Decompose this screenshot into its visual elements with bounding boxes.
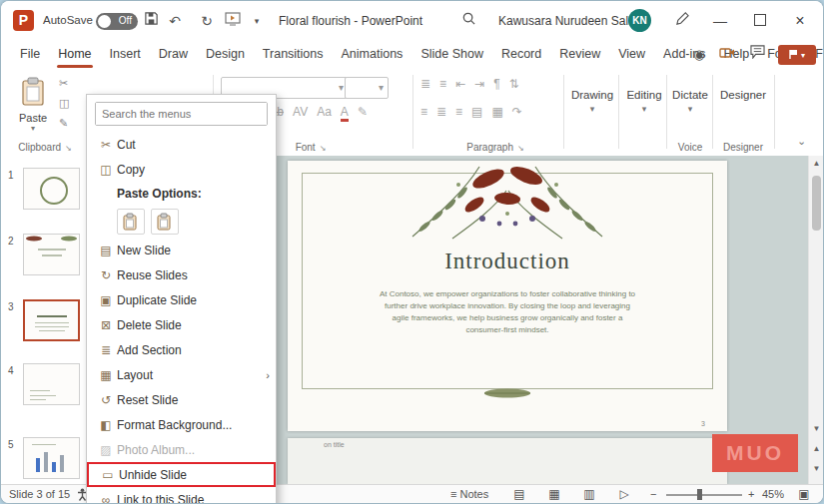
thumbnail-preview[interactable] <box>23 437 80 479</box>
menu-tab-home[interactable]: Home <box>49 41 100 69</box>
maximize-button[interactable] <box>742 1 778 41</box>
indent-decrease-icon[interactable]: ⇤ <box>455 77 465 91</box>
slideshow-view-button[interactable]: ▷ <box>613 485 635 503</box>
zoom-slider-thumb[interactable] <box>697 489 702 500</box>
numbering-icon[interactable]: ≡ <box>439 77 446 91</box>
save-icon[interactable] <box>141 11 161 31</box>
align-center-icon[interactable]: ≣ <box>436 105 446 119</box>
start-slideshow-icon[interactable] <box>223 11 243 31</box>
context-menu-search[interactable] <box>95 102 268 126</box>
drawing-button[interactable]: Drawing▾ <box>568 89 616 114</box>
context-item-layout[interactable]: ▦Layout› <box>87 362 276 387</box>
align-left-icon[interactable]: ≡ <box>420 105 427 119</box>
fit-to-window-icon[interactable]: ▣ <box>793 485 815 503</box>
menu-tab-review[interactable]: Review <box>550 41 609 69</box>
align-right-icon[interactable]: ≡ <box>455 105 462 119</box>
thumbnail-preview[interactable] <box>23 299 80 341</box>
font-size-combo[interactable]: ▾ <box>345 77 389 99</box>
clipboard-dialog-launcher-icon[interactable]: ↘ <box>65 144 72 153</box>
columns-icon[interactable]: ▦ <box>491 105 502 119</box>
context-item-duplicate-slide[interactable]: ▣Duplicate Slide <box>87 287 276 312</box>
record-icon[interactable]: ◉ <box>688 45 710 65</box>
indent-increase-icon[interactable]: ⇥ <box>474 77 484 91</box>
menu-tab-insert[interactable]: Insert <box>101 41 150 69</box>
undo-icon[interactable]: ↶ <box>165 11 185 31</box>
context-item-new-slide[interactable]: ▤New Slide <box>87 238 276 262</box>
reading-view-button[interactable]: ▥ <box>578 485 600 503</box>
change-case-icon[interactable]: Aa <box>317 105 332 122</box>
powerpoint-logo-icon[interactable]: P <box>13 10 34 31</box>
menu-tab-record[interactable]: Record <box>492 41 550 69</box>
text-direction-icon[interactable]: ¶ <box>493 77 499 91</box>
menu-tab-transitions[interactable]: Transitions <box>254 41 333 69</box>
context-item-reset-slide[interactable]: ↺Reset Slide <box>87 387 276 412</box>
cut-icon[interactable]: ✂ <box>59 77 69 90</box>
paste-keep-formatting-icon[interactable] <box>117 209 145 235</box>
arrange-icon[interactable]: ↷ <box>512 105 522 119</box>
context-item-format-background[interactable]: ◧Format Background... <box>87 412 276 437</box>
normal-view-button[interactable]: ▤ <box>508 485 530 503</box>
slide-sorter-view-button[interactable]: ▦ <box>543 485 565 503</box>
highlight-color-icon[interactable]: ✎ <box>358 105 368 122</box>
comments-icon[interactable] <box>746 45 768 65</box>
thumbnail-preview[interactable] <box>23 168 80 210</box>
pen-icon[interactable] <box>672 11 692 31</box>
avatar[interactable]: KN <box>628 9 651 32</box>
close-button[interactable]: × <box>782 1 818 41</box>
paste-button[interactable]: Paste ▾ <box>11 75 55 141</box>
zoom-out-icon[interactable]: − <box>650 485 656 503</box>
context-item-copy[interactable]: ◫Copy <box>87 157 276 182</box>
zoom-level[interactable]: 45% <box>762 485 784 503</box>
designer-button[interactable]: Designer <box>716 89 770 101</box>
bullets-icon[interactable]: ≣ <box>420 77 430 91</box>
context-item-photo-album[interactable]: ▨Photo Album... <box>87 437 276 462</box>
context-item-delete-slide[interactable]: ⊠Delete Slide <box>87 312 276 337</box>
vertical-scrollbar[interactable]: ▲ ▼ ▲︎ ▼︎ <box>808 156 823 484</box>
collapse-ribbon-icon[interactable]: ⌄ <box>797 135 806 148</box>
redo-icon[interactable]: ↻ <box>197 11 217 31</box>
dictate-button[interactable]: Dictate▾ <box>668 89 712 114</box>
context-item-link-to-this-slide[interactable]: ∞Link to this Slide <box>87 487 276 503</box>
menu-tab-file[interactable]: File <box>11 41 49 69</box>
quick-access-dropdown-icon[interactable]: ▾ <box>247 11 267 31</box>
next-slide-preview[interactable]: on title <box>288 438 727 484</box>
previous-slide-icon[interactable]: ▲︎ <box>809 441 823 456</box>
next-slide-icon[interactable]: ▼︎ <box>809 461 823 476</box>
zoom-slider[interactable] <box>666 494 742 496</box>
context-item-reuse-slides[interactable]: ↻Reuse Slides <box>87 262 276 287</box>
context-item-add-section[interactable]: ≣Add Section <box>87 337 276 362</box>
font-color-icon[interactable]: A <box>341 105 349 122</box>
camera-icon[interactable] <box>716 45 738 65</box>
scroll-up-icon[interactable]: ▲ <box>809 156 823 171</box>
editing-button[interactable]: Editing▾ <box>622 89 666 114</box>
scrollbar-thumb[interactable] <box>812 176 821 231</box>
slide-counter[interactable]: Slide 3 of 15 <box>9 485 70 503</box>
search-menus-input[interactable] <box>96 103 267 125</box>
paste-picture-icon[interactable] <box>151 209 179 235</box>
slide-title[interactable]: Introduction <box>288 249 727 274</box>
slide-body-text[interactable]: At Contoso, we empower organizations to … <box>377 288 638 336</box>
zoom-in-icon[interactable]: + <box>748 485 754 503</box>
current-slide[interactable]: Introduction At Contoso, we empower orga… <box>288 161 727 431</box>
menu-tab-animations[interactable]: Animations <box>333 41 412 69</box>
notes-button[interactable]: ≡ Notes <box>450 485 488 503</box>
user-name[interactable]: Kawusara Nurudeen Salley <box>498 14 643 28</box>
share-button[interactable]: ▾ <box>778 45 816 65</box>
character-spacing-icon[interactable]: AV <box>293 105 308 122</box>
thumbnail-preview[interactable] <box>23 363 80 405</box>
context-item-cut[interactable]: ✂Cut <box>87 132 276 157</box>
context-item-unhide-slide[interactable]: ▭Unhide Slide <box>87 462 276 487</box>
autosave-toggle[interactable]: Off <box>96 13 138 30</box>
menu-tab-slide-show[interactable]: Slide Show <box>412 41 492 69</box>
menu-tab-draw[interactable]: Draw <box>150 41 197 69</box>
font-dialog-launcher-icon[interactable]: ↘ <box>320 144 327 153</box>
line-spacing-icon[interactable]: ⇅ <box>509 77 519 91</box>
menu-tab-view[interactable]: View <box>609 41 654 69</box>
thumbnail-preview[interactable] <box>23 234 80 275</box>
scroll-down-icon[interactable]: ▼ <box>809 421 823 436</box>
menu-tab-design[interactable]: Design <box>197 41 254 69</box>
paragraph-dialog-launcher-icon[interactable]: ↘ <box>517 144 524 153</box>
format-painter-icon[interactable]: ✎ <box>59 117 69 130</box>
search-icon[interactable] <box>458 11 478 31</box>
justify-icon[interactable]: ▤ <box>471 105 482 119</box>
